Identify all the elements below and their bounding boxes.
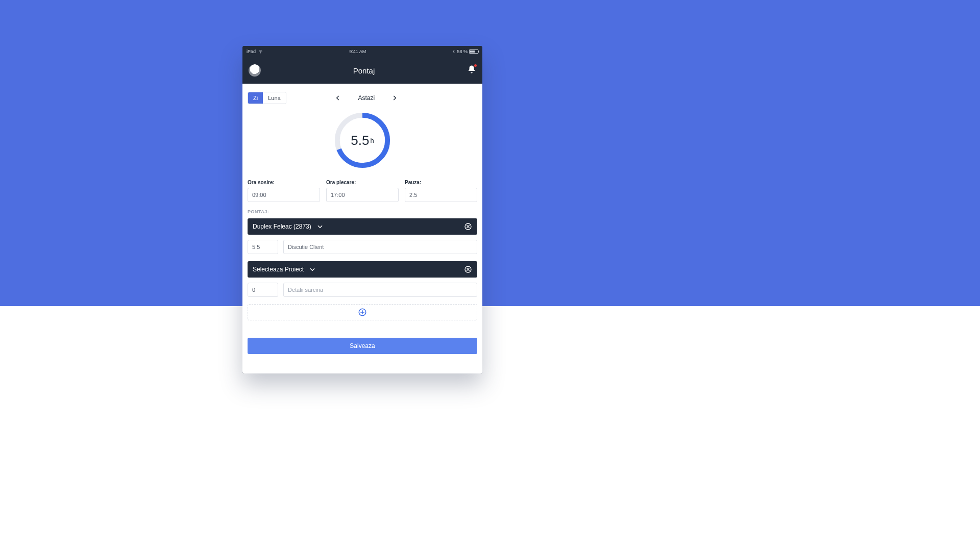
wifi-icon (258, 49, 263, 54)
chevron-down-icon (316, 223, 324, 230)
tab-day[interactable]: Zi (248, 92, 263, 104)
project-select-label: Duplex Feleac (2873) (253, 223, 311, 230)
project-select[interactable]: Selecteaza Proiect (248, 261, 477, 278)
remove-entry-button[interactable] (464, 265, 472, 273)
chevron-down-icon (309, 266, 316, 273)
arrival-label: Ora sosire: (248, 180, 320, 185)
arrival-input[interactable] (248, 188, 320, 202)
hours-gauge: 5.5h (332, 110, 393, 170)
remove-entry-button[interactable] (464, 222, 472, 231)
avatar[interactable] (249, 64, 261, 77)
gauge-unit: h (370, 137, 374, 144)
entry-details-input[interactable] (283, 240, 477, 254)
add-entry-button[interactable] (248, 304, 477, 320)
section-label: PONTAJ: (248, 209, 477, 214)
notification-badge (474, 64, 477, 67)
status-bar: iPad 9:41 AM 58 % (242, 46, 482, 57)
status-time: 9:41 AM (349, 49, 366, 54)
project-select[interactable]: Duplex Feleac (2873) (248, 218, 477, 235)
period-segmented: Zi Luna (248, 92, 286, 104)
app-header: Pontaj (242, 57, 482, 84)
tablet-frame: iPad 9:41 AM 58 % Pontaj Zi (242, 46, 482, 373)
svg-point-0 (260, 53, 261, 53)
plus-circle-icon (358, 308, 367, 317)
notifications-button[interactable] (467, 65, 476, 76)
battery-icon (469, 49, 478, 54)
entry-hours-input[interactable] (248, 283, 278, 297)
save-button[interactable]: Salveaza (248, 338, 477, 354)
next-day-button[interactable] (391, 94, 398, 102)
gauge-value: 5.5 (351, 133, 369, 148)
device-label: iPad (247, 49, 256, 54)
page-title: Pontaj (353, 66, 375, 75)
departure-input[interactable] (326, 188, 399, 202)
project-select-label: Selecteaza Proiect (253, 266, 304, 273)
entry-hours-input[interactable] (248, 240, 278, 254)
entry-details-input[interactable] (283, 283, 477, 297)
date-label: Astazi (358, 94, 375, 102)
bluetooth-icon (452, 49, 455, 54)
break-input[interactable] (405, 188, 477, 202)
break-label: Pauza: (405, 180, 477, 185)
prev-day-button[interactable] (334, 94, 341, 102)
tab-month[interactable]: Luna (263, 92, 285, 104)
departure-label: Ora plecare: (326, 180, 399, 185)
battery-pct: 58 % (457, 49, 468, 54)
